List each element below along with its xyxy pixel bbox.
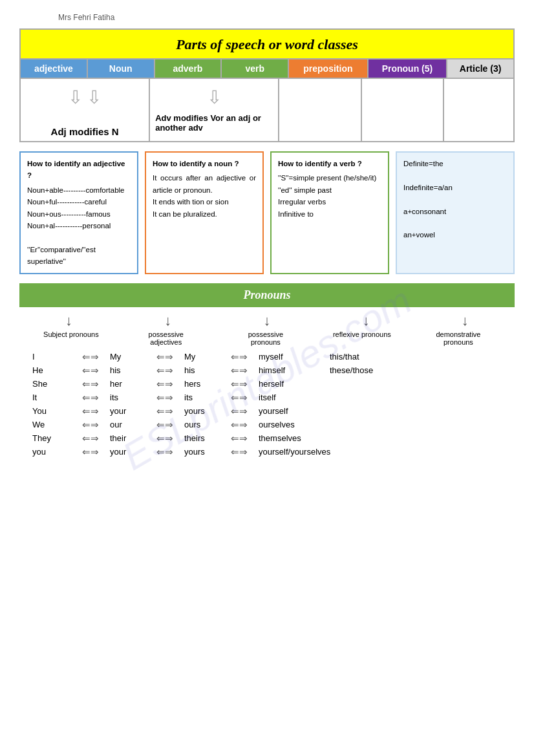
adv-verb-arrow-icon: ⇩ (207, 87, 222, 108)
table-row: I ⇐⇒ My ⇐⇒ My ⇐⇒ myself this/that (32, 351, 502, 363)
adj-box-line2: Noun+ful-----------careful (27, 196, 131, 208)
desc-pronoun (362, 79, 444, 141)
adj-box-line4: Noun+al-----------personal (27, 220, 131, 232)
pronoun-table: I ⇐⇒ My ⇐⇒ My ⇐⇒ myself this/that He ⇐⇒ … (19, 351, 515, 458)
arrow1-icon: ⇐⇒ (71, 405, 110, 417)
header-row: adjective Noun adverb verb preposition P… (21, 59, 513, 79)
header-preposition: preposition (289, 59, 368, 78)
desc-adv-verb: ⇩ Adv modifies Vor an adj or another adv (150, 79, 279, 141)
label-demonstrative: demonstrative pronouns (426, 330, 491, 346)
adjective-box: How to identify an adjective ? Noun+able… (19, 151, 138, 274)
arrow1-icon: ⇐⇒ (71, 433, 110, 444)
poss-adj-cell: My (110, 352, 145, 362)
poss-adj-cell: his (110, 365, 145, 375)
arrow2-icon: ⇐⇒ (145, 446, 184, 458)
arrow2-icon: ⇐⇒ (145, 351, 184, 363)
poss-pron-cell: hers (184, 379, 220, 389)
arrow3-icon: ⇐⇒ (220, 446, 259, 458)
poss-adj-cell: your (110, 406, 145, 416)
adv-verb-desc: Adv modifies Vor an adj or another adv (155, 113, 273, 133)
desc-article (444, 79, 513, 141)
reflexive-cell: yourself/yourselves (259, 447, 330, 457)
subject-cell: We (32, 420, 71, 429)
poss-pron-cell: his (184, 365, 220, 375)
pronoun-arrows-row: ↓ ↓ ↓ ↓ ↓ (19, 307, 515, 330)
poss-pron-cell: yours (184, 447, 220, 457)
arrow2-icon: ⇐⇒ (145, 378, 184, 390)
adj-box-line5: ''Er''comparative/''est superlative'' (27, 244, 131, 268)
pronoun-labels-row: Subject pronouns possessive adjectives p… (19, 330, 515, 346)
poss-adj-cell: their (110, 433, 145, 443)
label-poss-pron: possessive pronouns (233, 330, 298, 346)
arrow3-icon: ⇐⇒ (220, 392, 259, 404)
pronouns-section: Pronouns ↓ ↓ ↓ ↓ ↓ Subject pronouns poss… (19, 283, 515, 458)
arrow1-icon: ⇐⇒ (71, 351, 110, 363)
label-poss-adj: possessive adjectives (134, 330, 198, 346)
arrow1-icon: ⇐⇒ (71, 365, 110, 376)
author-label: Mrs Fehri Fatiha (58, 13, 515, 22)
poss-adj-cell: its (110, 393, 145, 402)
poss-adj-cell: her (110, 379, 145, 389)
poss-pron-cell: theirs (184, 433, 220, 443)
poss-pron-cell: yours (184, 406, 220, 416)
main-box: Parts of speech or word classes adjectiv… (19, 28, 515, 142)
arrow-demonstrative-icon: ↓ (462, 312, 469, 329)
poss-adj-cell: our (110, 420, 145, 429)
table-row: She ⇐⇒ her ⇐⇒ hers ⇐⇒ herself (32, 378, 502, 390)
desc-row: ⇩ ⇩ Adj modifies N ⇩ Adv modifies Vor an… (21, 79, 513, 141)
header-noun: Noun (88, 59, 155, 78)
reflexive-cell: themselves (259, 433, 330, 443)
header-adjective: adjective (21, 59, 88, 78)
desc-adj-noun: ⇩ ⇩ Adj modifies N (21, 79, 150, 141)
demonstrative-cell: this/that (330, 352, 414, 362)
article-definite: Definite=the (403, 158, 507, 169)
reflexive-cell: herself (259, 379, 330, 389)
table-row: They ⇐⇒ their ⇐⇒ theirs ⇐⇒ themselves (32, 433, 502, 444)
article-indefinite: Indefinite=a/an (403, 182, 507, 193)
subject-cell: I (32, 352, 71, 362)
adj-box-title: How to identify an adjective ? (27, 158, 131, 182)
arrow3-icon: ⇐⇒ (220, 378, 259, 390)
arrow3-icon: ⇐⇒ (220, 351, 259, 363)
poss-pron-cell: My (184, 352, 220, 362)
header-article: Article (3) (447, 59, 513, 78)
poss-adj-cell: your (110, 447, 145, 457)
verb-box-line3: Irregular verbs (278, 196, 381, 208)
arrow1-icon: ⇐⇒ (71, 392, 110, 404)
header-adverb: adverb (155, 59, 222, 78)
poss-pron-cell: its (184, 393, 220, 402)
poss-pron-cell: ours (184, 420, 220, 429)
verb-box: How to identify a verb ? ''S''=simple pr… (270, 151, 389, 274)
arrow2-icon: ⇐⇒ (145, 365, 184, 376)
arrow3-icon: ⇐⇒ (220, 433, 259, 444)
arrow2-icon: ⇐⇒ (145, 392, 184, 404)
reflexive-cell: itself (259, 393, 330, 402)
noun-box-title: How to identify a noun ? (153, 158, 256, 169)
article-vowel: an+vowel (403, 229, 507, 241)
noun-box: How to identify a noun ? It occurs after… (145, 151, 264, 274)
arrow-subject-icon: ↓ (65, 312, 72, 329)
subject-cell: You (32, 406, 71, 416)
arrow1-icon: ⇐⇒ (71, 378, 110, 390)
label-reflexive: reflexive pronouns (333, 330, 391, 346)
demonstrative-cell: these/those (330, 365, 414, 375)
reflexive-cell: himself (259, 365, 330, 375)
desc-prep (279, 79, 361, 141)
verb-box-title: How to identify a verb ? (278, 158, 381, 169)
label-subject-pronouns: Subject pronouns (43, 330, 99, 346)
subject-cell: He (32, 365, 71, 375)
adj-box-line3: Noun+ous----------famous (27, 208, 131, 220)
verb-box-line1: ''S''=simple present (he/she/it) (278, 172, 381, 184)
table-row: We ⇐⇒ our ⇐⇒ ours ⇐⇒ ourselves (32, 419, 502, 431)
arrow2-icon: ⇐⇒ (145, 433, 184, 444)
arrow1-icon: ⇐⇒ (71, 419, 110, 431)
verb-box-line4: Infinitive to (278, 208, 381, 220)
page-title: Parts of speech or word classes (21, 30, 513, 59)
arrow3-icon: ⇐⇒ (220, 365, 259, 376)
table-row: You ⇐⇒ your ⇐⇒ yours ⇐⇒ yourself (32, 405, 502, 417)
verb-box-line2: ''ed'' simple past (278, 184, 381, 196)
noun-box-body: It occurs after an adjective or article … (153, 172, 256, 220)
arrow-left-icon: ⇩ (68, 87, 83, 108)
subject-cell: you (32, 447, 71, 457)
subject-cell: They (32, 433, 71, 443)
